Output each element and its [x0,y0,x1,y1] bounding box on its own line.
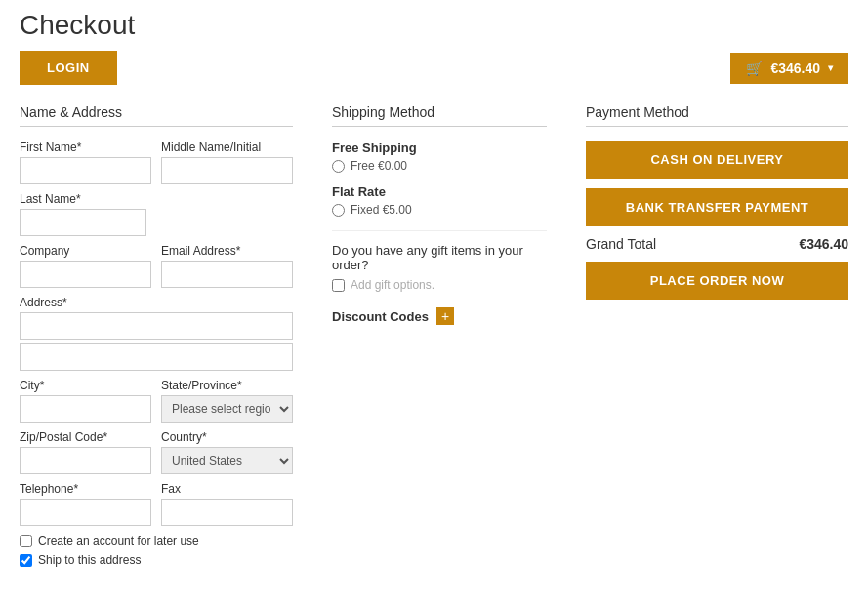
zip-country-row: Zip/Postal Code* Country* United States … [20,430,293,474]
middle-name-group: Middle Name/Initial [161,141,293,184]
last-name-row: Last Name* [20,192,293,236]
place-order-button[interactable]: PLACE ORDER NOW [586,262,848,300]
last-name-label: Last Name* [20,192,293,206]
first-name-group: First Name* [20,141,151,184]
gift-section: Do you have any gift items in your order… [332,230,547,292]
cash-on-delivery-button[interactable]: CASH ON DELIVERY [586,141,848,179]
middle-name-input[interactable] [161,157,293,184]
middle-name-label: Middle Name/Initial [161,141,293,154]
email-group: Email Address* [161,244,293,288]
flat-rate-title: Flat Rate [332,184,547,199]
state-group: State/Province* Please select region, st… [161,379,293,423]
gift-question: Do you have any gift items in your order… [332,243,547,272]
discount-section: Discount Codes + [332,307,547,325]
last-name-input[interactable] [20,209,146,236]
address-label: Address* [20,296,293,309]
country-label: Country* [161,430,293,444]
grand-total-row: Grand Total €346.40 [586,236,848,252]
company-email-row: Company Email Address* [20,244,293,288]
free-shipping-price: Free €0.00 [351,159,407,173]
city-input[interactable] [20,395,151,423]
payment-column: Payment Method CASH ON DELIVERY BANK TRA… [566,104,848,567]
telephone-input[interactable] [20,499,151,526]
fax-group: Fax [161,482,293,526]
gift-check-row: Add gift options. [332,278,547,292]
first-name-label: First Name* [20,141,151,154]
zip-input[interactable] [20,447,151,474]
city-state-row: City* State/Province* Please select regi… [20,379,293,423]
company-label: Company [20,244,151,258]
tel-fax-row: Telephone* Fax [20,482,293,526]
fax-label: Fax [161,482,293,496]
flat-rate-option: Flat Rate Fixed €5.00 [332,184,547,217]
company-group: Company [20,244,151,288]
free-shipping-option: Free Shipping Free €0.00 [332,141,547,173]
country-select[interactable]: United States United Kingdom [161,447,293,474]
address-line1-input[interactable] [20,312,293,340]
create-account-label: Create an account for later use [38,534,199,547]
cart-badge[interactable]: 🛒 €346.40 ▾ [730,53,848,84]
grand-total-value: €346.40 [799,236,848,252]
login-button[interactable]: LOGIN [20,51,117,85]
email-label: Email Address* [161,244,293,258]
bank-transfer-button[interactable]: BANK TRANSFER PAYMENT [586,188,848,226]
email-input[interactable] [161,261,293,288]
cart-total: €346.40 [770,61,820,76]
free-shipping-radio[interactable] [332,160,345,173]
city-label: City* [20,379,151,392]
main-layout: Name & Address First Name* Middle Name/I… [20,104,848,567]
chevron-down-icon: ▾ [828,62,833,73]
shipping-section-title: Shipping Method [332,104,547,127]
ship-to-address-row: Ship to this address [20,553,293,567]
telephone-group: Telephone* [20,482,151,526]
top-bar: LOGIN 🛒 €346.40 ▾ [20,51,848,85]
country-group: Country* United States United Kingdom [161,430,293,474]
cart-icon: 🛒 [746,61,763,76]
create-account-checkbox[interactable] [20,535,32,547]
city-group: City* [20,379,151,423]
flat-rate-sub: Fixed €5.00 [332,203,547,217]
zip-label: Zip/Postal Code* [20,430,151,444]
telephone-label: Telephone* [20,482,151,496]
gift-checkbox[interactable] [332,279,345,292]
last-name-group: Last Name* [20,192,293,236]
grand-total-label: Grand Total [586,236,656,252]
flat-rate-price: Fixed €5.00 [351,203,412,217]
address-section-title: Name & Address [20,104,293,127]
discount-add-button[interactable]: + [436,307,454,325]
state-select[interactable]: Please select region, state Alabama Cali… [161,395,293,423]
fax-input[interactable] [161,499,293,526]
first-name-input[interactable] [20,157,151,184]
name-row-1: First Name* Middle Name/Initial [20,141,293,184]
zip-group: Zip/Postal Code* [20,430,151,474]
ship-to-address-checkbox[interactable] [20,554,32,567]
address-line2-input[interactable] [20,343,293,371]
page-title: Checkout [20,10,848,41]
gift-placeholder: Add gift options. [351,278,434,292]
free-shipping-title: Free Shipping [332,141,547,155]
ship-to-address-label: Ship to this address [38,553,141,567]
address-column: Name & Address First Name* Middle Name/I… [20,104,312,567]
shipping-column: Shipping Method Free Shipping Free €0.00… [312,104,566,567]
free-shipping-sub: Free €0.00 [332,159,547,173]
discount-label: Discount Codes [332,309,429,324]
flat-rate-radio[interactable] [332,204,345,217]
payment-section-title: Payment Method [586,104,848,127]
company-input[interactable] [20,261,151,288]
state-label: State/Province* [161,379,293,392]
create-account-row: Create an account for later use [20,534,293,547]
